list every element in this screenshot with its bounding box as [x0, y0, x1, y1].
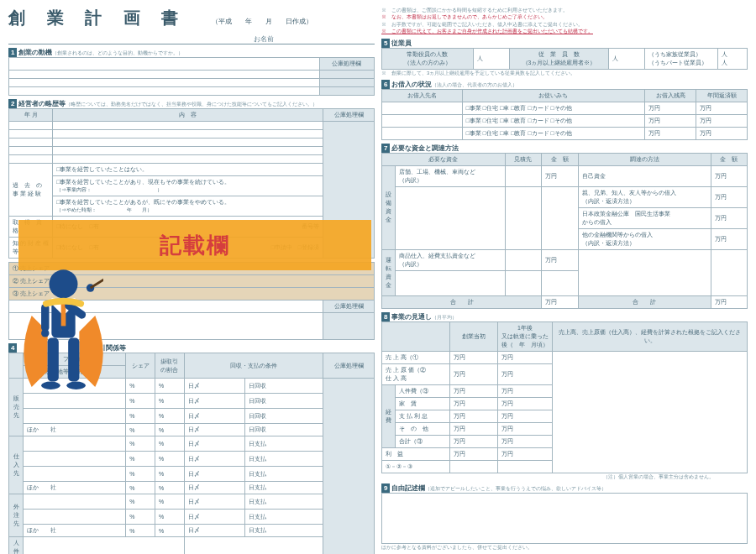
sec1-header: 1創業の動機（創業されるのは、どのような目的、動機からですか。）	[8, 48, 375, 57]
sec2-header: 2経営者の略歴等（略歴については、勤務先名だけではなく、担当業務や役職、身につけ…	[8, 99, 375, 108]
svg-rect-4	[68, 338, 79, 382]
sec8-header: 8事業の見通し（月平均）	[381, 312, 748, 321]
name-row: お名前	[8, 34, 375, 44]
sec8-table: 創業当初1年後 又は軌道に乗った 後（ 年 月頃）売上高、売上原価（仕入高）、経…	[381, 321, 748, 473]
koko-label: 公庫処理欄	[323, 353, 375, 379]
era-date: （平成 年 月 日作成）	[212, 17, 312, 26]
svg-rect-3	[48, 338, 59, 382]
sec9-table	[381, 493, 748, 544]
title-row: 創 業 計 画 書 （平成 年 月 日作成）	[8, 7, 375, 29]
koko-label: 公庫処理欄	[319, 58, 374, 71]
exp-label: 過 去 の 事 業 経 験	[9, 164, 53, 217]
mascot-character	[24, 260, 103, 403]
doc-title: 創 業 計 画 書	[8, 7, 186, 29]
page-right: ※ この書類は、ご面談にかかる時間を短縮するために利用させていただきます。 ※ …	[381, 7, 748, 554]
sec6-table: お借入先名お使いみちお借入残高年間返済額 □事業 □住宅 □車 □教育 □カード…	[381, 89, 748, 140]
sec7-header: 7必要な資金と調達方法	[381, 144, 748, 153]
top-notes: ※ この書類は、ご面談にかかる時間を短縮するために利用させていただきます。 ※ …	[381, 7, 748, 35]
svg-point-11	[41, 329, 49, 337]
sec8-footnote: （注）個人営業の場合、事業主分は含めません。	[381, 473, 748, 480]
svg-point-5	[41, 382, 60, 389]
sec5-header: 5従業員	[381, 39, 748, 48]
svg-point-0	[50, 269, 78, 298]
sec1-table: 公庫処理欄	[8, 57, 375, 96]
name-label: お名前	[254, 35, 274, 43]
koko-label: 公庫処理欄	[323, 109, 375, 122]
svg-line-9	[91, 260, 103, 288]
sec6-header: 6お借入の状況（法人の場合、代表者の方のお借入）	[381, 80, 748, 89]
sec5-footnote: ※ 創業に際して、3ヵ月以上継続雇用を予定している従業員数を記入してください。	[381, 70, 748, 76]
svg-rect-10	[41, 304, 49, 332]
svg-point-6	[66, 382, 86, 389]
sec9-footnote: ほかに参考となる資料がございましたら、併せてご提出ください。	[381, 544, 748, 551]
sec7-table: 必要な資金見積先金 額調達の方法金 額 設 備 資 金 店舗、工場、機械、車両な…	[381, 153, 748, 309]
highlight-text: 記載欄	[160, 231, 230, 260]
sec5-table: 常勤役員の人数 （法人の方のみ）人従 業 員 数 （3ヵ月以上継続雇用者※）人（…	[381, 48, 748, 70]
koko-label: 公庫処理欄	[323, 301, 375, 313]
sec9-header: 9自由記述欄（追加でアピールしたいこと、事業を行ううえでの悩み、欲しいアドバイス…	[381, 483, 748, 493]
svg-rect-2	[61, 304, 66, 326]
